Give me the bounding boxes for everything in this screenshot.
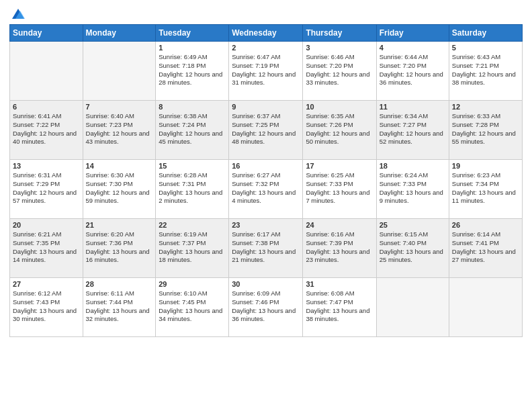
cell-info: Sunrise: 6:25 AM Sunset: 7:33 PM Dayligh… — [306, 171, 373, 205]
calendar-cell: 18Sunrise: 6:24 AM Sunset: 7:33 PM Dayli… — [376, 160, 449, 219]
cell-date: 13 — [13, 162, 80, 170]
calendar-cell: 2Sunrise: 6:47 AM Sunset: 7:19 PM Daylig… — [229, 42, 303, 101]
calendar-cell — [449, 278, 522, 337]
week-row-5: 27Sunrise: 6:12 AM Sunset: 7:43 PM Dayli… — [10, 278, 523, 337]
calendar-cell: 17Sunrise: 6:25 AM Sunset: 7:33 PM Dayli… — [303, 160, 376, 219]
cell-info: Sunrise: 6:11 AM Sunset: 7:44 PM Dayligh… — [86, 289, 153, 324]
cell-date: 28 — [86, 280, 153, 288]
day-header-tuesday: Tuesday — [156, 25, 229, 42]
cell-date: 5 — [452, 44, 519, 52]
cell-info: Sunrise: 6:40 AM Sunset: 7:23 PM Dayligh… — [86, 112, 153, 146]
day-header-monday: Monday — [83, 25, 156, 42]
cell-info: Sunrise: 6:46 AM Sunset: 7:20 PM Dayligh… — [306, 53, 373, 87]
calendar-cell: 5Sunrise: 6:43 AM Sunset: 7:21 PM Daylig… — [449, 42, 522, 101]
calendar-cell: 21Sunrise: 6:20 AM Sunset: 7:36 PM Dayli… — [83, 219, 156, 278]
cell-date: 10 — [306, 103, 373, 111]
day-header-thursday: Thursday — [303, 25, 376, 42]
calendar-cell: 27Sunrise: 6:12 AM Sunset: 7:43 PM Dayli… — [10, 278, 83, 337]
day-header-row: SundayMondayTuesdayWednesdayThursdayFrid… — [10, 25, 523, 42]
cell-info: Sunrise: 6:10 AM Sunset: 7:45 PM Dayligh… — [159, 289, 226, 324]
cell-info: Sunrise: 6:17 AM Sunset: 7:38 PM Dayligh… — [232, 230, 300, 265]
cell-info: Sunrise: 6:28 AM Sunset: 7:31 PM Dayligh… — [159, 171, 226, 205]
calendar-cell: 28Sunrise: 6:11 AM Sunset: 7:44 PM Dayli… — [83, 278, 156, 337]
calendar-cell: 30Sunrise: 6:09 AM Sunset: 7:46 PM Dayli… — [229, 278, 303, 337]
cell-date: 29 — [159, 280, 226, 288]
calendar-cell: 22Sunrise: 6:19 AM Sunset: 7:37 PM Dayli… — [156, 219, 229, 278]
cell-info: Sunrise: 6:15 AM Sunset: 7:40 PM Dayligh… — [380, 230, 446, 265]
calendar-cell: 7Sunrise: 6:40 AM Sunset: 7:23 PM Daylig… — [83, 101, 156, 160]
cell-date: 9 — [232, 103, 300, 111]
cell-info: Sunrise: 6:09 AM Sunset: 7:46 PM Dayligh… — [232, 289, 300, 324]
cell-info: Sunrise: 6:19 AM Sunset: 7:37 PM Dayligh… — [159, 230, 226, 265]
cell-info: Sunrise: 6:37 AM Sunset: 7:25 PM Dayligh… — [232, 112, 300, 146]
cell-date: 12 — [452, 103, 519, 111]
cell-date: 18 — [380, 162, 446, 170]
calendar-table: SundayMondayTuesdayWednesdayThursdayFrid… — [9, 24, 523, 337]
week-row-3: 13Sunrise: 6:31 AM Sunset: 7:29 PM Dayli… — [10, 160, 523, 219]
cell-info: Sunrise: 6:35 AM Sunset: 7:26 PM Dayligh… — [306, 112, 373, 146]
calendar-cell: 29Sunrise: 6:10 AM Sunset: 7:45 PM Dayli… — [156, 278, 229, 337]
cell-info: Sunrise: 6:16 AM Sunset: 7:39 PM Dayligh… — [306, 230, 373, 265]
cell-info: Sunrise: 6:38 AM Sunset: 7:24 PM Dayligh… — [159, 112, 226, 146]
week-row-2: 6Sunrise: 6:41 AM Sunset: 7:22 PM Daylig… — [10, 101, 523, 160]
cell-info: Sunrise: 6:14 AM Sunset: 7:41 PM Dayligh… — [452, 230, 519, 265]
cell-date: 16 — [232, 162, 300, 170]
week-row-4: 20Sunrise: 6:21 AM Sunset: 7:35 PM Dayli… — [10, 219, 523, 278]
cell-info: Sunrise: 6:27 AM Sunset: 7:32 PM Dayligh… — [232, 171, 300, 205]
calendar-cell — [10, 42, 83, 101]
calendar-cell: 15Sunrise: 6:28 AM Sunset: 7:31 PM Dayli… — [156, 160, 229, 219]
cell-date: 25 — [380, 221, 446, 229]
cell-info: Sunrise: 6:12 AM Sunset: 7:43 PM Dayligh… — [13, 289, 80, 324]
cell-date: 3 — [306, 44, 373, 52]
cell-date: 11 — [380, 103, 446, 111]
cell-info: Sunrise: 6:30 AM Sunset: 7:30 PM Dayligh… — [86, 171, 153, 205]
header — [9, 7, 523, 19]
cell-info: Sunrise: 6:49 AM Sunset: 7:18 PM Dayligh… — [159, 53, 226, 87]
cell-date: 22 — [159, 221, 226, 229]
calendar-cell: 14Sunrise: 6:30 AM Sunset: 7:30 PM Dayli… — [83, 160, 156, 219]
cell-info: Sunrise: 6:08 AM Sunset: 7:47 PM Dayligh… — [306, 289, 373, 324]
calendar-cell: 23Sunrise: 6:17 AM Sunset: 7:38 PM Dayli… — [229, 219, 303, 278]
calendar-cell: 31Sunrise: 6:08 AM Sunset: 7:47 PM Dayli… — [303, 278, 376, 337]
cell-info: Sunrise: 6:44 AM Sunset: 7:20 PM Dayligh… — [380, 53, 446, 87]
calendar-cell: 26Sunrise: 6:14 AM Sunset: 7:41 PM Dayli… — [449, 219, 522, 278]
cell-date: 23 — [232, 221, 300, 229]
cell-info: Sunrise: 6:24 AM Sunset: 7:33 PM Dayligh… — [380, 171, 446, 205]
cell-date: 24 — [306, 221, 373, 229]
calendar-cell: 4Sunrise: 6:44 AM Sunset: 7:20 PM Daylig… — [376, 42, 449, 101]
cell-date: 20 — [13, 221, 80, 229]
calendar-cell: 11Sunrise: 6:34 AM Sunset: 7:27 PM Dayli… — [376, 101, 449, 160]
cell-date: 1 — [159, 44, 226, 52]
calendar-cell: 3Sunrise: 6:46 AM Sunset: 7:20 PM Daylig… — [303, 42, 376, 101]
calendar-cell: 16Sunrise: 6:27 AM Sunset: 7:32 PM Dayli… — [229, 160, 303, 219]
page: SundayMondayTuesdayWednesdayThursdayFrid… — [0, 0, 532, 411]
calendar-cell: 25Sunrise: 6:15 AM Sunset: 7:40 PM Dayli… — [376, 219, 449, 278]
cell-date: 2 — [232, 44, 300, 52]
cell-date: 17 — [306, 162, 373, 170]
cell-date: 30 — [232, 280, 300, 288]
day-header-saturday: Saturday — [449, 25, 522, 42]
calendar-cell: 8Sunrise: 6:38 AM Sunset: 7:24 PM Daylig… — [156, 101, 229, 160]
cell-info: Sunrise: 6:23 AM Sunset: 7:34 PM Dayligh… — [452, 171, 519, 205]
calendar-cell: 9Sunrise: 6:37 AM Sunset: 7:25 PM Daylig… — [229, 101, 303, 160]
logo-icon — [11, 7, 26, 21]
cell-date: 8 — [159, 103, 226, 111]
calendar-cell: 24Sunrise: 6:16 AM Sunset: 7:39 PM Dayli… — [303, 219, 376, 278]
cell-date: 21 — [86, 221, 153, 229]
day-header-wednesday: Wednesday — [229, 25, 303, 42]
day-header-sunday: Sunday — [10, 25, 83, 42]
calendar-cell: 12Sunrise: 6:33 AM Sunset: 7:28 PM Dayli… — [449, 101, 522, 160]
calendar-cell: 13Sunrise: 6:31 AM Sunset: 7:29 PM Dayli… — [10, 160, 83, 219]
cell-info: Sunrise: 6:47 AM Sunset: 7:19 PM Dayligh… — [232, 53, 300, 87]
calendar-cell: 20Sunrise: 6:21 AM Sunset: 7:35 PM Dayli… — [10, 219, 83, 278]
week-row-1: 1Sunrise: 6:49 AM Sunset: 7:18 PM Daylig… — [10, 42, 523, 101]
cell-info: Sunrise: 6:41 AM Sunset: 7:22 PM Dayligh… — [13, 112, 80, 146]
logo — [9, 7, 26, 19]
calendar-cell — [376, 278, 449, 337]
cell-date: 26 — [452, 221, 519, 229]
cell-date: 27 — [13, 280, 80, 288]
cell-date: 6 — [13, 103, 80, 111]
day-header-friday: Friday — [376, 25, 449, 42]
calendar-cell — [83, 42, 156, 101]
cell-info: Sunrise: 6:34 AM Sunset: 7:27 PM Dayligh… — [380, 112, 446, 146]
